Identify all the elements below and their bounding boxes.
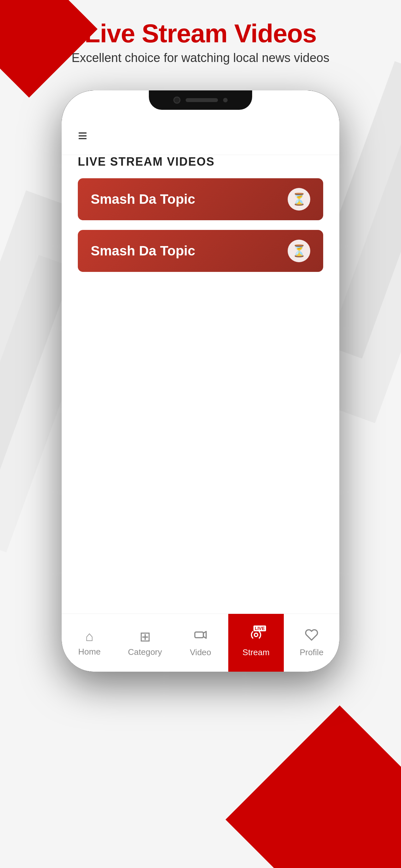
hourglass-icon-1: ⏳	[288, 188, 310, 211]
hourglass-icon-2: ⏳	[288, 240, 310, 262]
bg-decoration-bottom-right	[225, 705, 401, 868]
category-icon: ⊞	[140, 629, 151, 645]
svg-rect-0	[195, 632, 204, 638]
app-toolbar: ≡	[62, 116, 339, 155]
stream-icon: LIVE	[249, 628, 263, 645]
nav-home[interactable]: ⌂ Home	[62, 614, 117, 672]
bottom-navigation: ⌂ Home ⊞ Category Video	[62, 614, 339, 672]
video-item-1[interactable]: Smash Da Topic ⏳	[78, 178, 323, 220]
app-content: ≡ LIVE STREAM VIDEOS Smash Da Topic ⏳ Sm…	[62, 90, 339, 672]
video-item-2-title: Smash Da Topic	[91, 243, 195, 259]
page-title: Live Stream Videos	[0, 20, 401, 48]
sensor-dot	[223, 98, 227, 102]
screen-title: LIVE STREAM VIDEOS	[62, 155, 339, 168]
live-badge-text: LIVE	[253, 625, 266, 631]
page-header: Live Stream Videos Excellent choice for …	[0, 20, 401, 65]
nav-profile-label: Profile	[300, 647, 323, 657]
menu-icon[interactable]: ≡	[78, 126, 87, 145]
nav-category-label: Category	[128, 647, 162, 657]
phone-screen: ≡ LIVE STREAM VIDEOS Smash Da Topic ⏳ Sm…	[62, 90, 339, 672]
nav-stream-label: Stream	[243, 647, 270, 657]
nav-profile[interactable]: Profile	[284, 614, 339, 672]
nav-home-label: Home	[78, 647, 100, 657]
front-camera	[174, 97, 181, 104]
home-icon: ⌂	[85, 629, 93, 644]
video-item-2[interactable]: Smash Da Topic ⏳	[78, 230, 323, 272]
video-list: Smash Da Topic ⏳ Smash Da Topic ⏳	[62, 168, 339, 291]
phone-frame: ≡ LIVE STREAM VIDEOS Smash Da Topic ⏳ Sm…	[62, 90, 339, 672]
profile-icon	[305, 628, 318, 645]
page-subtitle: Excellent choice for watching local news…	[0, 51, 401, 65]
video-item-1-title: Smash Da Topic	[91, 191, 195, 207]
svg-point-1	[254, 633, 258, 637]
nav-stream[interactable]: LIVE Stream	[228, 614, 284, 672]
nav-video[interactable]: Video	[173, 614, 228, 672]
nav-video-label: Video	[190, 647, 211, 657]
phone-notch	[149, 90, 252, 110]
video-icon	[194, 628, 207, 645]
nav-category[interactable]: ⊞ Category	[117, 614, 173, 672]
earpiece-speaker	[186, 98, 218, 102]
